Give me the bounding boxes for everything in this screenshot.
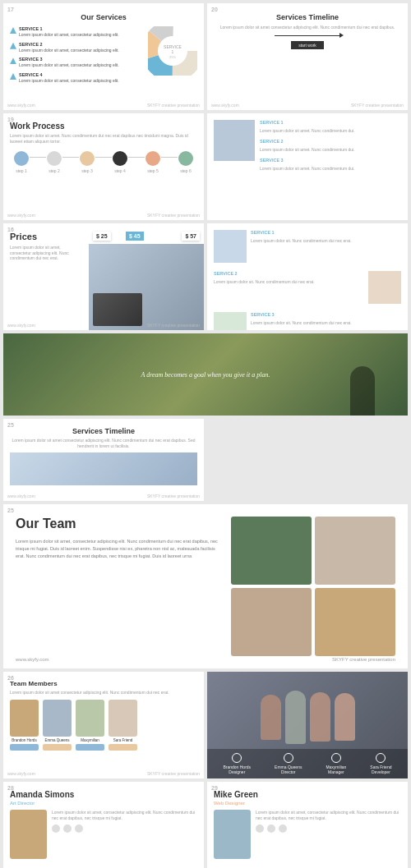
slide-services-images: SERVICE 1 Lorem ipsum dolor sit amet. Nu… bbox=[207, 113, 408, 220]
step-label: step 6 bbox=[180, 168, 192, 173]
person-figure bbox=[261, 695, 281, 740]
service-text: SERVICE 2 Lorem ipsum dolor sit amet, co… bbox=[19, 42, 119, 53]
team-member: Brandon Hords bbox=[10, 700, 39, 751]
price-images: $ 25 $ 45 $ 57 bbox=[89, 223, 204, 330]
member-role-badge bbox=[109, 744, 137, 751]
person-title: Developer bbox=[370, 769, 391, 774]
team-member: Emma Queens bbox=[43, 700, 72, 751]
step-circle bbox=[145, 151, 160, 166]
circle-icon bbox=[331, 753, 341, 763]
person-title: Designer bbox=[223, 769, 251, 774]
list-item: SERVICE 2 Lorem ipsum dolor sit amet. Nu… bbox=[260, 139, 401, 153]
service-icon bbox=[10, 43, 16, 49]
process-step: step 3 bbox=[80, 151, 95, 173]
process-step: step 6 bbox=[178, 151, 193, 173]
slide-title: Work Process bbox=[10, 122, 197, 131]
slide-title: Services Timeline bbox=[214, 13, 401, 21]
process-step: step 4 bbox=[113, 151, 127, 173]
slide-subtitle: Lorem ipsum dolor sit amet. Nunc condime… bbox=[10, 133, 197, 145]
member-photo bbox=[109, 700, 137, 737]
social-icon-3[interactable] bbox=[75, 824, 83, 833]
step-label: step 2 bbox=[48, 168, 60, 173]
slide-title: Amanda Simons bbox=[10, 790, 197, 799]
social-icon-1[interactable] bbox=[256, 824, 264, 833]
slide-services-timeline-2: 25 Services Timeline Lorem ipsum dolor s… bbox=[3, 419, 204, 501]
slide-title: Mike Green bbox=[214, 790, 401, 799]
slide-team-members: 26 Team Members Lorem ipsum dolor sit am… bbox=[3, 672, 204, 778]
list-item: SERVICE 1 Lorem ipsum dolor sit amet. Nu… bbox=[260, 120, 401, 134]
step-circle bbox=[47, 151, 62, 166]
social-icon-1[interactable] bbox=[52, 824, 60, 833]
item-text: SERVICE 3 Lorem ipsum dolor sit amet. Nu… bbox=[260, 158, 355, 172]
team-member: Maxymilian bbox=[76, 700, 104, 751]
step-label: step 3 bbox=[81, 168, 93, 173]
circle-icon bbox=[376, 753, 386, 763]
arrow-line bbox=[275, 35, 340, 36]
slide-number: 29 bbox=[211, 785, 218, 791]
laptop-image bbox=[93, 293, 142, 326]
slide-number: 25 bbox=[7, 507, 14, 513]
item-text: SERVICE 3 Lorem ipsum dolor sit. Nunc co… bbox=[251, 312, 352, 326]
person-title: Manager bbox=[326, 769, 346, 774]
list-item: SERVICE 3 Lorem ipsum dolor sit amet, co… bbox=[10, 57, 143, 68]
member-name: Maxymilian bbox=[81, 738, 99, 742]
team-photos-grid bbox=[231, 517, 395, 656]
slide-title: Our Team bbox=[16, 517, 223, 531]
item-text: SERVICE 1 Lorem ipsum dolor sit amet. Nu… bbox=[260, 120, 355, 134]
step-label: step 5 bbox=[147, 168, 159, 173]
social-icons bbox=[256, 824, 401, 833]
member-desc: Lorem ipsum dolor sit amet, consectetur … bbox=[52, 810, 197, 821]
slide-image bbox=[214, 120, 255, 161]
team-member: Sara Friend bbox=[109, 700, 137, 751]
process-step: step 5 bbox=[145, 151, 160, 173]
service-text: SERVICE 4 Lorem ipsum dolor sit amet, co… bbox=[19, 72, 119, 84]
slides-grid: 17 Our Services SERVICE 1 Lorem ipsum do… bbox=[0, 0, 411, 868]
slide-image bbox=[10, 452, 197, 485]
team-photo-4 bbox=[315, 588, 395, 656]
social-icon-2[interactable] bbox=[63, 824, 72, 833]
member-role-badge bbox=[10, 744, 39, 751]
team-text: Our Team Lorem ipsum dolor sit amet, con… bbox=[16, 517, 223, 656]
slide-our-services: 17 Our Services SERVICE 1 Lorem ipsum do… bbox=[3, 3, 204, 110]
dream-quote: A dream becomes a goal when you give it … bbox=[141, 371, 270, 379]
slide-number: 17 bbox=[7, 7, 14, 12]
person-label: Maxymilian Manager bbox=[326, 753, 346, 774]
slide-work-process: 19 Work Process Lorem ipsum dolor sit am… bbox=[3, 113, 204, 220]
member-name: Emma Queens bbox=[44, 738, 69, 742]
slide-group-photo: Brandon Hords Designer Emma Queens Direc… bbox=[207, 672, 408, 778]
list-item: SERVICE 4 Lorem ipsum dolor sit amet, co… bbox=[10, 72, 143, 84]
slide-amanda-simons: 28 Amanda Simons Art Director Lorem ipsu… bbox=[3, 782, 204, 868]
social-icon-2[interactable] bbox=[267, 824, 275, 833]
slide-footer: www.skyfy.com SKYFY creative presentatio… bbox=[7, 213, 200, 218]
services-list: SERVICE 1 Lorem ipsum dolor sit amet. Nu… bbox=[260, 120, 401, 214]
step-connector bbox=[62, 157, 79, 158]
list-item: SERVICE 2 Lorem ipsum dolor sit amet, co… bbox=[10, 42, 143, 53]
slide-content: Lorem ipsum dolor sit amet, consectetur … bbox=[10, 810, 197, 859]
list-item: SERVICE 2 Lorem ipsum dolor sit. Nunc co… bbox=[214, 271, 401, 304]
overlay: Brandon Hords Designer Emma Queens Direc… bbox=[207, 749, 408, 778]
slide-footer: www.skyfy.com SKYFY creative presentatio… bbox=[211, 103, 404, 108]
person-silhouette bbox=[350, 366, 375, 416]
member-name: Sara Friend bbox=[113, 738, 133, 742]
person-figure bbox=[335, 693, 355, 741]
step-circle bbox=[80, 151, 95, 166]
item-text: SERVICE 2 Lorem ipsum dolor sit amet. Nu… bbox=[260, 139, 355, 153]
start-button[interactable]: start work bbox=[291, 41, 324, 49]
circle-icon bbox=[232, 753, 242, 763]
member-name: Brandon Hords bbox=[12, 738, 36, 742]
team-photo-1 bbox=[231, 517, 312, 585]
list-item: SERVICE 3 Lorem ipsum dolor sit amet. Nu… bbox=[260, 158, 401, 172]
team-photo-3 bbox=[231, 588, 312, 656]
person-title: Director bbox=[275, 769, 302, 774]
social-icon-3[interactable] bbox=[279, 824, 287, 833]
price-tag-1: $ 25 bbox=[93, 232, 111, 241]
slide-prices: 16 Prices Lorem ipsum dolor sit amet, co… bbox=[3, 223, 204, 330]
slide-content: Lorem ipsum dolor sit amet, consectetur … bbox=[214, 810, 401, 859]
process-step: step 2 bbox=[47, 151, 62, 173]
member-photo bbox=[76, 700, 104, 737]
slide-title: Services Timeline bbox=[10, 427, 197, 435]
members-row: Brandon Hords Emma Queens Maxymilian Sar… bbox=[10, 700, 197, 751]
service-icon bbox=[10, 73, 16, 80]
process-step: step 1 bbox=[14, 151, 29, 173]
item-image bbox=[214, 230, 247, 263]
